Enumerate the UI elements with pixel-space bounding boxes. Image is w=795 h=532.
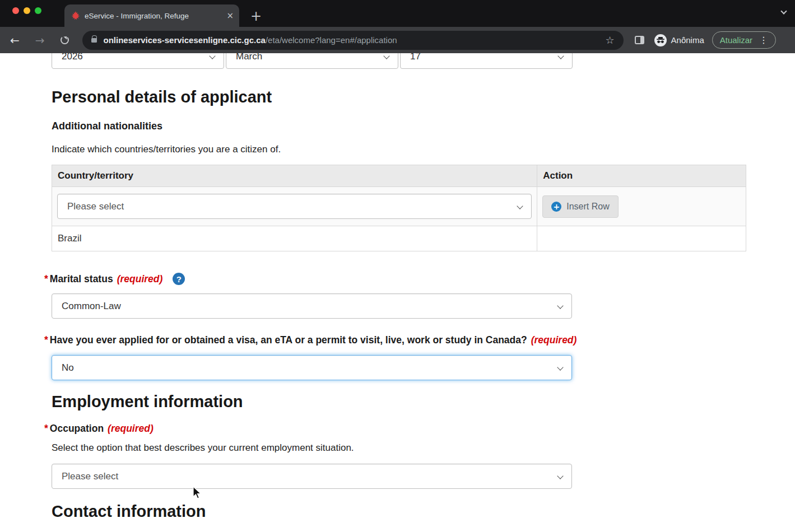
visa-question-label-text: Have you ever applied for or obtained a … — [50, 334, 527, 346]
tab-close-icon[interactable]: × — [226, 11, 234, 21]
incognito-badge: Anônima — [654, 34, 704, 46]
required-asterisk: * — [44, 273, 50, 285]
chevron-down-icon — [557, 53, 564, 59]
contact-heading: Contact information — [52, 502, 206, 521]
visa-question-select[interactable]: No — [52, 355, 572, 380]
required-tag: (required) — [117, 273, 163, 285]
marital-status-label: * Marital status (required) ? — [52, 273, 185, 285]
country-cell: Brazil — [52, 226, 537, 251]
date-of-birth-row: 2026 March 17 — [52, 53, 573, 69]
occupation-label-text: Occupation — [50, 423, 104, 435]
back-button[interactable]: ← — [10, 35, 20, 46]
dob-day-value: 17 — [410, 53, 421, 62]
additional-nationalities-subheading: Additional nationalities — [52, 120, 162, 132]
side-panel-icon[interactable] — [635, 36, 644, 44]
table-row: Brazil — [52, 226, 746, 251]
chevron-down-icon — [209, 53, 215, 59]
address-bar[interactable]: onlineservices-servicesenligne.cic.gc.ca… — [82, 31, 624, 50]
personal-details-heading: Personal details of applicant — [52, 88, 272, 106]
country-column-header: Country/territory — [52, 165, 537, 187]
required-tag: (required) — [108, 423, 154, 435]
forward-button[interactable]: → — [35, 35, 45, 46]
close-window-button[interactable] — [12, 7, 19, 14]
chevron-down-icon — [517, 203, 523, 209]
window-controls — [12, 7, 41, 14]
url-domain: onlineservices-servicesenligne.cic.gc.ca — [104, 35, 266, 45]
tab-search-chevron-icon[interactable] — [780, 8, 787, 14]
marital-status-label-text: Marital status — [50, 273, 113, 285]
required-asterisk: * — [44, 334, 50, 346]
marital-status-select[interactable]: Common-Law — [52, 293, 572, 319]
profile-name: Anônima — [671, 35, 704, 45]
chevron-down-icon — [383, 53, 389, 59]
reload-icon[interactable] — [61, 36, 69, 44]
required-asterisk: * — [44, 423, 50, 435]
visa-question-value: No — [62, 362, 74, 374]
browser-tab-strip: eService - Immigration, Refuge × + — [0, 0, 795, 27]
action-cell-empty — [537, 226, 746, 251]
plus-icon: + — [551, 202, 561, 212]
url-path: /eta/welcome?lang=en#/application — [266, 35, 397, 45]
update-label: Atualizar — [720, 35, 752, 45]
mouse-cursor — [193, 486, 202, 500]
help-icon[interactable]: ? — [173, 273, 185, 285]
employment-heading: Employment information — [52, 393, 243, 411]
browser-tab[interactable]: eService - Immigration, Refuge × — [64, 4, 239, 27]
nationalities-instruction: Indicate which countries/territories you… — [52, 144, 281, 155]
chevron-down-icon — [557, 302, 563, 309]
insert-row-button[interactable]: + Insert Row — [542, 195, 618, 218]
occupation-select[interactable]: Please select — [52, 464, 572, 489]
dob-day-select[interactable]: 17 — [400, 53, 573, 69]
insert-row-label: Insert Row — [566, 202, 609, 212]
minimize-window-button[interactable] — [24, 7, 30, 14]
marital-status-value: Common-Law — [62, 301, 121, 312]
browser-toolbar: ← → onlineservices-servicesenligne.cic.g… — [0, 27, 795, 53]
country-select-value: Please select — [67, 201, 124, 212]
visa-question-label: * Have you ever applied for or obtained … — [52, 334, 791, 346]
bookmark-star-icon[interactable]: ☆ — [605, 34, 614, 46]
page-url[interactable]: onlineservices-servicesenligne.cic.gc.ca… — [104, 35, 397, 45]
dob-month-select[interactable]: March — [226, 53, 398, 69]
incognito-icon — [654, 34, 667, 46]
dob-year-value: 2026 — [62, 53, 83, 62]
chevron-down-icon — [557, 473, 563, 479]
eta-application-form: 2026 March 17 Personal details of applic… — [0, 53, 795, 532]
occupation-instruction: Select the option that best describes yo… — [52, 442, 354, 454]
tab-title: eService - Immigration, Refuge — [85, 12, 223, 20]
table-row: Please select + Insert Row — [52, 187, 746, 226]
occupation-label: * Occupation (required) — [52, 423, 154, 435]
required-tag: (required) — [531, 334, 577, 346]
maple-leaf-favicon — [71, 11, 80, 20]
occupation-value: Please select — [62, 471, 118, 482]
nationalities-table: Country/territory Action Please select +… — [52, 165, 746, 251]
browser-menu-icon[interactable]: ⋮ — [759, 35, 768, 45]
lock-icon[interactable] — [91, 38, 97, 43]
fullscreen-window-button[interactable] — [35, 7, 41, 14]
action-column-header: Action — [537, 165, 746, 187]
dob-month-value: March — [236, 53, 262, 62]
chevron-down-icon — [557, 364, 563, 370]
country-select[interactable]: Please select — [57, 194, 532, 219]
new-tab-button[interactable]: + — [250, 10, 262, 23]
dob-year-select[interactable]: 2026 — [52, 53, 224, 69]
update-browser-button[interactable]: Atualizar ⋮ — [712, 31, 776, 49]
table-header-row: Country/territory Action — [52, 165, 746, 187]
